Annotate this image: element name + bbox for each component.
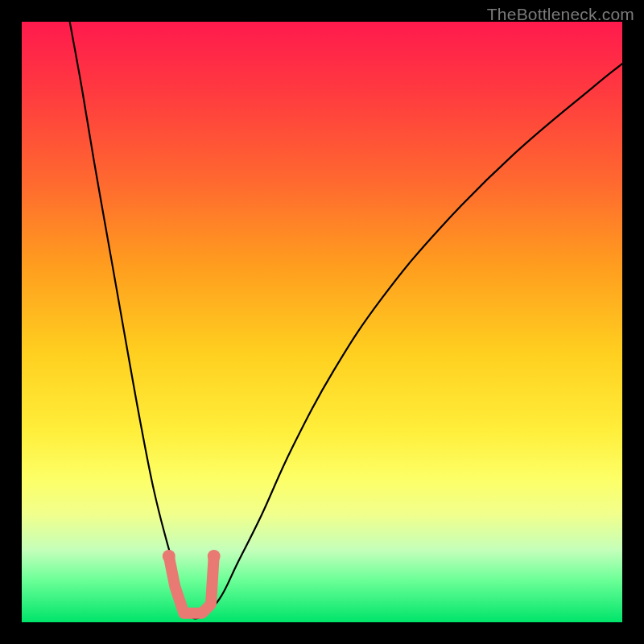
bottleneck-curve [70,22,622,618]
svg-point-0 [163,550,175,563]
green-zone-markers [163,550,221,613]
svg-point-1 [208,550,221,563]
plot-area [22,22,622,622]
bottleneck-curve-svg [22,22,622,622]
watermark-label: TheBottleneck.com [487,5,634,24]
chart-frame: TheBottleneck.com [0,0,644,644]
